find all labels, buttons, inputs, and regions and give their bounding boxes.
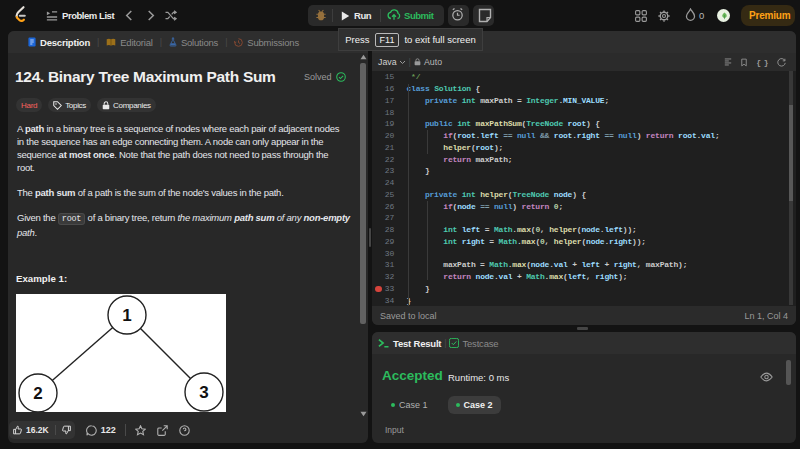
- svg-text:2: 2: [33, 384, 42, 403]
- svg-text:1: 1: [122, 306, 131, 325]
- svg-text:3: 3: [199, 383, 208, 402]
